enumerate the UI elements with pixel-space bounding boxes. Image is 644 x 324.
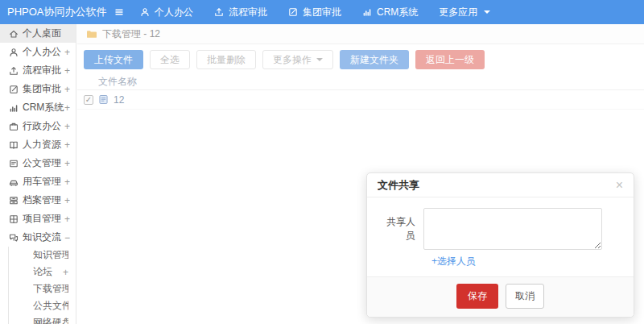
sidebar-subitem-knowledge-mgmt[interactable]: 知识管理	[9, 247, 76, 264]
select-all-button[interactable]: 全选	[150, 50, 190, 69]
home-icon	[8, 29, 19, 39]
top-navbar: PHPOA协同办公软件 个人办公流程审批集团审批CRM系统更多应用	[0, 0, 644, 24]
expand-plus-icon: +	[64, 177, 70, 188]
sidebar-subitem-network-disk[interactable]: 网络硬盘	[9, 314, 76, 324]
expand-plus-icon: +	[63, 267, 68, 278]
nav-item-personal-office[interactable]: 个人办公	[140, 6, 193, 19]
file-row[interactable]: ✓12	[77, 90, 644, 110]
sidebar-subitem-label: 公共文件柜	[33, 299, 68, 313]
hamburger-menu-button[interactable]	[114, 7, 124, 17]
archive-icon	[8, 196, 19, 206]
file-icon	[98, 94, 109, 105]
batch-delete-button[interactable]: 批量删除	[196, 50, 256, 69]
grid-icon	[8, 214, 19, 224]
more-actions-button[interactable]: 更多操作	[262, 50, 333, 69]
new-folder-button[interactable]: 新建文件夹	[340, 50, 409, 69]
row-checkbox[interactable]: ✓	[84, 95, 93, 105]
modal-title: 文件共享	[378, 178, 616, 193]
sidebar-item-label: 档案管理	[23, 193, 64, 207]
file-table-header: 文件名称	[77, 75, 644, 90]
sidebar-item-knowledge-exchange[interactable]: 知识交流−	[0, 228, 76, 247]
sidebar-subitem-label: 网络硬盘	[33, 316, 68, 324]
sidebar-subitem-label: 下载管理	[33, 282, 68, 296]
sidebar-subitem-forum[interactable]: 论坛+	[9, 264, 76, 280]
sidebar-submenu: 知识管理论坛+下载管理公共文件柜网络硬盘	[8, 247, 76, 324]
nav-item-label: 更多应用	[439, 6, 477, 19]
expand-plus-icon: +	[64, 139, 70, 151]
sidebar-item-label: 行政办公	[23, 119, 64, 133]
button-label: 上传文件	[94, 51, 133, 69]
expand-plus-icon: +	[64, 214, 70, 225]
sidebar-item-admin-office[interactable]: 行政办公+	[0, 117, 76, 135]
sidebar-item-vehicle-mgmt[interactable]: 用车管理+	[0, 172, 76, 191]
cancel-button[interactable]: 取消	[506, 284, 544, 309]
button-label: 全选	[160, 51, 180, 69]
sidebar-subitem-download-mgmt[interactable]: 下载管理	[9, 280, 76, 297]
chat-icon	[8, 233, 19, 243]
process-icon	[8, 66, 19, 76]
expand-plus-icon: +	[64, 195, 70, 206]
modal-body: 共享人员 +选择人员	[367, 197, 634, 276]
sidebar-item-group-approval[interactable]: 集团审批+	[0, 80, 76, 98]
share-users-label: 共享人员	[382, 215, 423, 243]
nav-item-group-approval[interactable]: 集团审批	[288, 6, 341, 19]
button-label: 更多操作	[273, 51, 312, 69]
sidebar-item-label: CRM系统	[23, 101, 64, 114]
close-icon[interactable]: ×	[616, 179, 623, 192]
nav-item-more-apps[interactable]: 更多应用	[439, 6, 490, 19]
sidebar-item-label: 个人桌面	[23, 27, 70, 40]
expand-plus-icon: +	[64, 47, 70, 58]
select-users-link[interactable]: +选择人员	[431, 255, 476, 268]
upload-file-button[interactable]: 上传文件	[84, 50, 143, 69]
sidebar-item-archive-mgmt[interactable]: 档案管理+	[0, 191, 76, 210]
user-icon	[8, 48, 19, 57]
button-label: 返回上一级	[426, 51, 474, 69]
expand-plus-icon: +	[64, 65, 70, 77]
button-label: 批量删除	[207, 51, 246, 69]
sidebar-menu: 个人桌面个人办公+流程审批+集团审批+CRM系统+行政办公+人力资源+公文管理+…	[0, 24, 76, 324]
user-icon	[140, 7, 150, 17]
edit-icon	[288, 7, 298, 17]
navbar-menu: 个人办公流程审批集团审批CRM系统更多应用	[140, 6, 490, 19]
sidebar-item-crm-system[interactable]: CRM系统+	[0, 98, 76, 117]
file-name: 12	[114, 94, 124, 106]
expand-plus-icon: +	[64, 102, 70, 114]
nav-item-crm-system[interactable]: CRM系统	[362, 6, 418, 19]
toolbar: 上传文件全选批量删除更多操作新建文件夹返回上一级	[77, 44, 644, 73]
collapse-minus-icon: −	[64, 232, 70, 243]
sidebar-subitem-label: 知识管理	[33, 248, 68, 262]
sidebar-item-project-mgmt[interactable]: 项目管理+	[0, 210, 76, 228]
sidebar-item-label: 项目管理	[23, 212, 64, 226]
nav-item-label: 集团审批	[303, 6, 341, 19]
caret-down-icon	[316, 58, 323, 61]
sidebar-subitem-label: 论坛	[33, 265, 63, 279]
expand-plus-icon: +	[64, 121, 70, 132]
go-back-button[interactable]: 返回上一级	[415, 50, 485, 69]
caret-down-icon	[484, 10, 490, 14]
briefcase-icon	[8, 122, 19, 131]
save-button[interactable]: 保存	[456, 284, 498, 309]
doc-icon	[8, 159, 19, 168]
nav-item-label: 流程审批	[229, 6, 267, 19]
sidebar-item-label: 人力资源	[23, 138, 64, 152]
book-icon	[8, 140, 19, 150]
nav-item-workflow-approval[interactable]: 流程审批	[214, 6, 267, 19]
sidebar-item-workflow-approval[interactable]: 流程审批+	[0, 61, 76, 80]
sidebar-item-personal-desktop[interactable]: 个人桌面	[0, 24, 76, 43]
app-logo: PHPOA协同办公软件	[0, 5, 111, 19]
share-users-textarea[interactable]	[423, 208, 602, 250]
sidebar-subitem-public-cabinet[interactable]: 公共文件柜	[9, 297, 76, 314]
share-users-field-row: 共享人员	[382, 208, 621, 250]
expand-plus-icon: +	[64, 84, 70, 95]
sidebar-item-document-mgmt[interactable]: 公文管理+	[0, 154, 76, 172]
sidebar-item-label: 个人办公	[23, 45, 64, 59]
button-label: 新建文件夹	[350, 51, 398, 69]
edit-icon	[8, 85, 19, 94]
sidebar-item-label: 流程审批	[23, 64, 64, 77]
sidebar-item-personal-office[interactable]: 个人办公+	[0, 43, 76, 61]
sidebar-item-human-resources[interactable]: 人力资源+	[0, 135, 76, 154]
chart-icon	[8, 103, 19, 113]
nav-item-label: 个人办公	[155, 6, 193, 19]
file-table: 文件名称 ✓12	[77, 75, 644, 110]
column-header-filename: 文件名称	[98, 75, 137, 89]
